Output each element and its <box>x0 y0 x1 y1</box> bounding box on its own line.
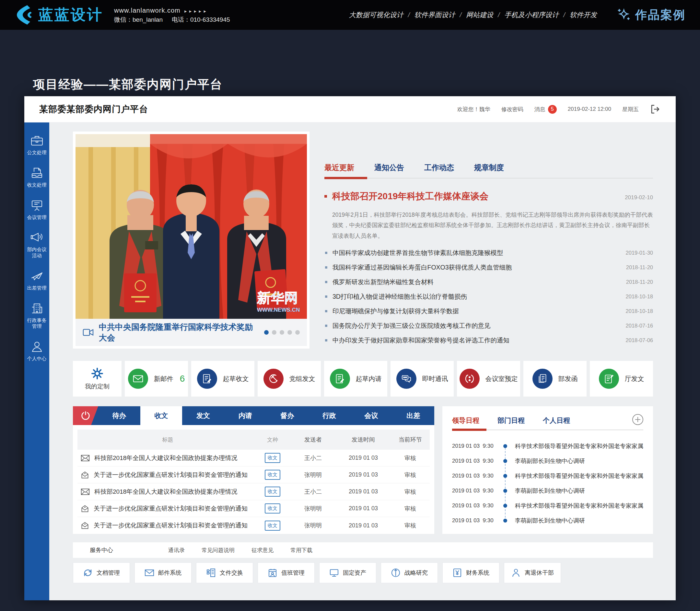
news-list-item[interactable]: 印尼珊瑚礁保护与修复计划获得大量科学数据 2018-10-18 <box>324 304 653 318</box>
nav-item-dev[interactable]: 软件开发 <box>570 10 597 19</box>
tab-recent-updates[interactable]: 最近更新 <box>324 163 354 173</box>
worktable-tab-todo[interactable]: 待办 <box>98 406 140 425</box>
nav-item-mobile[interactable]: 手机及小程序设计 <box>504 10 559 19</box>
site-logo[interactable]: 蓝蓝设计 <box>14 4 103 25</box>
sidebar-item-personal-center[interactable]: 个人中心 <box>24 340 49 362</box>
news-item-title[interactable]: 俄罗斯研发出新型纳米磁性复合材料 <box>333 278 434 286</box>
news-item-title[interactable]: 我国科学家通过基因编辑长寿蛋白FOXO3获得优质人类血管细胞 <box>333 263 512 272</box>
sidebar-item-business-trip[interactable]: 出差管理 <box>24 270 49 291</box>
link-downloads[interactable]: 常用下载 <box>290 547 312 554</box>
add-schedule-button[interactable] <box>632 414 643 425</box>
featured-article[interactable]: 科技部召开2019年科技工作媒体座谈会 2019-02-10 <box>324 190 653 203</box>
app-file-exchange[interactable]: 文件交换 <box>196 562 253 583</box>
carousel-dot[interactable] <box>288 330 292 335</box>
link-contacts[interactable]: 通讯录 <box>168 547 185 554</box>
tab-leader-schedule[interactable]: 领导日程 <box>452 416 479 425</box>
schedule-item[interactable]: 2019 01 03 9:30 李萌副部长到生物中心调研 <box>452 513 643 528</box>
worktable-tab-incoming[interactable]: 收文 <box>140 406 183 425</box>
app-duty-management[interactable]: 值班管理 <box>258 562 315 583</box>
worktable-row[interactable]: 关于进一步优化国家重点研发计划项目和资金管理的通知 收文 张明明 2019 01… <box>77 500 430 517</box>
featured-article-title[interactable]: 科技部召开2019年科技工作媒体座谈会 <box>332 190 488 203</box>
worktable-tab-meeting[interactable]: 会议 <box>350 406 392 425</box>
quick-action-draft-incoming[interactable]: 起草收文 <box>191 361 254 397</box>
carousel-dot-active[interactable] <box>264 330 269 335</box>
schedule-text[interactable]: 科学技术部领导看望外国老专家和外国老专家家属 <box>515 472 643 480</box>
quick-action-new-mail[interactable]: 新邮件 6 <box>125 361 188 397</box>
news-list-item[interactable]: 中国科学家成功创建世界首批生物节律紊乱体细胞克隆猴模型 2019-01-30 <box>324 245 653 260</box>
link-faq[interactable]: 常见问题说明 <box>202 547 235 554</box>
quick-action-party-outgoing[interactable]: 党组发文 <box>258 361 321 397</box>
portfolio-link[interactable]: 作品案例 <box>616 7 686 23</box>
link-feedback[interactable]: 征求意见 <box>251 547 274 554</box>
sidebar-item-meeting-management[interactable]: 会议管理 <box>24 199 49 221</box>
news-item-title[interactable]: 国务院办公厅关于加强三级公立医院绩效考核工作的意见 <box>333 322 491 330</box>
sidebar-item-document-processing[interactable]: 公文处理 <box>24 134 49 156</box>
worktable-tab-supervision[interactable]: 督办 <box>266 406 308 425</box>
carousel-dot[interactable] <box>272 330 276 335</box>
worktable-tab-trip[interactable]: 出差 <box>392 406 434 425</box>
news-item-title[interactable]: 3D打印植入物促进神经细胞生长以治疗脊髓损伤 <box>333 292 467 301</box>
app-retired-cadres[interactable]: 离退休干部 <box>504 562 561 583</box>
worktable-row[interactable]: 科技部2018年全国人大建议和全国政协提案办理情况 收文 王小二 2019 01… <box>77 450 430 466</box>
worktable-tab-internal[interactable]: 内请 <box>224 406 266 425</box>
news-list-item[interactable]: 我国科学家通过基因编辑长寿蛋白FOXO3获得优质人类血管细胞 2018-11-2… <box>324 260 653 275</box>
hero-photo[interactable]: 新华网 WWW.NEWS.CN <box>75 134 307 319</box>
app-mail-system[interactable]: 邮件系统 <box>134 562 191 583</box>
quick-action-instant-messaging[interactable]: 即时通讯 <box>391 361 454 397</box>
tab-department-schedule[interactable]: 部门日程 <box>497 416 525 425</box>
row-title[interactable]: 科技部2018年全国人大建议和全国政协提案办理情况 <box>94 454 237 462</box>
tab-regulations[interactable]: 规章制度 <box>474 163 504 173</box>
schedule-item[interactable]: 2019 01 03 9:30 科学技术部领导看望外国老专家和外国老专家家属 <box>452 498 643 513</box>
news-list-item[interactable]: 3D打印植入物促进神经细胞生长以治疗脊髓损伤 2018-10-18 <box>324 289 653 304</box>
app-document-management[interactable]: 文档管理 <box>73 562 130 583</box>
nav-item-bigdata[interactable]: 大数据可视化设计 <box>349 10 404 19</box>
news-list-item[interactable]: 中办印发关于做好国家勋章和国家荣誉称号提名评选工作的通知 2018-07-06 <box>324 333 653 348</box>
app-fixed-assets[interactable]: 固定资产 <box>319 562 376 583</box>
carousel-caption[interactable]: 中共中央国务院隆重举行国家科学技术奖励大会 <box>99 322 259 343</box>
sidebar-item-internal-meetings[interactable]: 部内会议活动 <box>24 231 49 259</box>
carousel-dot[interactable] <box>280 330 284 335</box>
tab-work-trends[interactable]: 工作动态 <box>424 163 454 173</box>
messages-link[interactable]: 消息 5 <box>535 105 557 114</box>
news-list-item[interactable]: 国务院办公厅关于加强三级公立医院绩效考核工作的意见 2018-07-16 <box>324 318 653 333</box>
schedule-text[interactable]: 李萌副部长到生物中心调研 <box>515 517 585 524</box>
app-strategic-research[interactable]: 战略研究 <box>381 562 438 583</box>
quick-action-ministry-letter[interactable]: 部发函 <box>523 361 587 397</box>
worktable-tab-outgoing[interactable]: 发文 <box>182 406 224 425</box>
row-title[interactable]: 关于进一步优化国家重点研发计划项目和资金管理的通知 <box>94 471 248 479</box>
quick-action-meeting-room-booking[interactable]: 会议室预定 <box>457 361 520 397</box>
news-list-item[interactable]: 俄罗斯研发出新型纳米磁性复合材料 2018-11-20 <box>324 275 653 289</box>
schedule-text[interactable]: 李萌副部长到生物中心调研 <box>515 487 585 495</box>
worktable-row[interactable]: 关于进一步优化国家重点研发计划项目和资金管理的通知 收文 张明明 2019 01… <box>77 517 430 534</box>
quick-action-my-custom[interactable]: 我的定制 <box>73 361 121 397</box>
change-password-link[interactable]: 修改密码 <box>501 106 523 113</box>
schedule-item[interactable]: 2019 01 03 9:30 李萌副部长到生物中心调研 <box>452 483 643 498</box>
tab-notices[interactable]: 通知公告 <box>374 163 404 173</box>
news-item-title[interactable]: 中办印发关于做好国家勋章和国家荣誉称号提名评选工作的通知 <box>333 336 509 345</box>
worktable-row[interactable]: 科技部2018年全国人大建议和全国政协提案办理情况 收文 王小二 2019 01… <box>77 483 430 500</box>
schedule-text[interactable]: 李萌副部长到生物中心调研 <box>515 457 585 465</box>
news-item-title[interactable]: 中国科学家成功创建世界首批生物节律紊乱体细胞克隆猴模型 <box>333 249 503 257</box>
schedule-item[interactable]: 2019 01 03 9:30 科学技术部领导看望外国老专家和外国老专家家属 <box>452 468 643 483</box>
nav-item-software-ui[interactable]: 软件界面设计 <box>414 10 455 19</box>
news-item-title[interactable]: 印尼珊瑚礁保护与修复计划获得大量科学数据 <box>333 307 459 315</box>
worktable-row[interactable]: 关于进一步优化国家重点研发计划项目和资金管理的通知 收文 张明明 2019 01… <box>77 466 430 483</box>
schedule-item[interactable]: 2019 01 03 9:30 科学技术部领导看望外国老专家和外国老专家家属 <box>452 439 643 453</box>
quick-action-draft-internal[interactable]: 起草内请 <box>324 361 387 397</box>
schedule-text[interactable]: 科学技术部领导看望外国老专家和外国老专家家属 <box>515 502 643 510</box>
sidebar-item-incoming-processing[interactable]: 收文处理 <box>24 166 49 188</box>
quick-action-office-outgoing[interactable]: 厅发文 <box>590 361 653 397</box>
schedule-text[interactable]: 科学技术部领导看望外国老专家和外国老专家家属 <box>515 442 643 450</box>
schedule-item[interactable]: 2019 01 03 9:30 李萌副部长到生物中心调研 <box>452 453 643 468</box>
tab-personal-schedule[interactable]: 个人日程 <box>543 416 570 425</box>
row-title[interactable]: 关于进一步优化国家重点研发计划项目和资金管理的通知 <box>94 504 248 513</box>
logout-icon[interactable] <box>650 104 661 115</box>
worktable-tab-admin[interactable]: 行政 <box>308 406 350 425</box>
site-url[interactable]: www.lanlanwork.com <box>114 7 180 14</box>
nav-item-website[interactable]: 网站建设 <box>466 10 493 19</box>
row-title[interactable]: 科技部2018年全国人大建议和全国政协提案办理情况 <box>94 488 237 496</box>
carousel-dot[interactable] <box>295 330 300 335</box>
row-title[interactable]: 关于进一步优化国家重点研发计划项目和资金管理的通知 <box>94 521 248 530</box>
app-finance-system[interactable]: 财务系统 <box>442 562 499 583</box>
sidebar-item-admin-affairs[interactable]: 行政事务管理 <box>24 302 49 330</box>
